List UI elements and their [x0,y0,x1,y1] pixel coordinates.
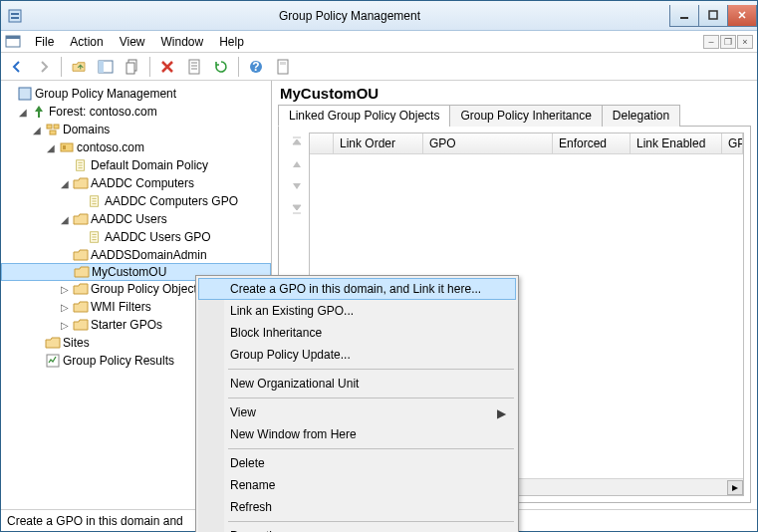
col-gpo-status[interactable]: GPO Status [722,133,743,153]
details-header: MyCustomOU [280,85,751,102]
tree-aaddc-computers[interactable]: ◢AADDC Computers [1,174,271,192]
svg-rect-10 [126,63,134,74]
menu-help[interactable]: Help [211,33,252,51]
disclosure-icon[interactable]: ▷ [59,320,71,331]
move-up-button[interactable] [288,156,306,172]
tree-aaddc-users-gpo[interactable]: AADDC Users GPO [1,228,271,246]
col-icon[interactable] [310,133,334,153]
tree-label: Forest: contoso.com [49,105,157,119]
ctx-block-inheritance[interactable]: Block Inheritance [198,322,516,344]
tree-aaddc-users[interactable]: ◢AADDC Users [1,210,271,228]
tree-label: Default Domain Policy [91,158,208,172]
tab-inheritance[interactable]: Group Policy Inheritance [449,105,602,127]
ou-icon [73,211,89,227]
toolbar-separator [238,57,239,77]
mdi-restore-button[interactable]: ❐ [720,35,736,49]
ctx-properties[interactable]: Properties [198,525,516,532]
mmc-icon [5,34,21,50]
ou-icon [74,264,90,280]
options-button[interactable] [271,55,295,79]
col-link-order[interactable]: Link Order [334,133,423,153]
move-bottom-button[interactable] [288,200,306,216]
menu-action[interactable]: Action [62,33,111,51]
maximize-button[interactable] [698,5,728,27]
tree-label: Group Policy Results [63,354,174,368]
show-hide-tree-button[interactable] [94,55,118,79]
move-top-button[interactable] [288,134,306,150]
svg-rect-11 [189,60,199,74]
context-menu: Create a GPO in this domain, and Link it… [195,275,519,532]
gpo-link-icon [73,157,89,173]
disclosure-icon[interactable]: ▷ [59,302,71,313]
folder-icon [73,317,89,333]
tree-forest[interactable]: ◢Forest: contoso.com [1,103,271,121]
tree-label: WMI Filters [91,300,151,314]
menubar: File Action View Window Help – ❐ × [1,31,757,53]
disclosure-icon[interactable]: ◢ [17,107,29,118]
domain-icon [59,139,75,155]
tree-label: AADDSDomainAdmin [91,248,207,262]
tree-domain[interactable]: ◢contoso.com [1,138,271,156]
ctx-new-ou[interactable]: New Organizational Unit [198,373,516,395]
ctx-refresh[interactable]: Refresh [198,496,516,518]
scroll-right-button[interactable]: ▸ [727,480,743,495]
tree-ddp[interactable]: Default Domain Policy [1,156,271,174]
tab-delegation[interactable]: Delegation [602,105,680,127]
ctx-new-window[interactable]: New Window from Here [198,423,516,445]
col-link-enabled[interactable]: Link Enabled [631,133,722,153]
tree-aaddc-computers-gpo[interactable]: AADDC Computers GPO [1,192,271,210]
disclosure-icon[interactable]: ◢ [45,142,57,153]
back-button[interactable] [5,55,29,79]
close-button[interactable] [727,5,757,27]
disclosure-icon[interactable]: ▷ [59,284,71,295]
tab-linked-gpo[interactable]: Linked Group Policy Objects [278,105,450,127]
help-button[interactable]: ? [244,55,268,79]
window-title: Group Policy Management [29,9,670,23]
minimize-button[interactable] [669,5,699,27]
tree-label: AADDC Users GPO [105,230,211,244]
folder-icon [73,281,89,297]
svg-text:?: ? [252,60,259,74]
forward-button[interactable] [32,55,56,79]
up-button[interactable] [67,55,91,79]
domains-icon [45,122,61,137]
status-text: Create a GPO in this domain and [7,514,183,528]
refresh-button[interactable] [209,55,233,79]
gpo-link-icon [87,193,103,209]
tree-label: Starter GPOs [91,318,162,332]
mdi-minimize-button[interactable]: – [703,35,719,49]
move-down-button[interactable] [288,178,306,194]
col-gpo[interactable]: GPO [423,133,553,153]
tree-root[interactable]: Group Policy Management [1,85,271,103]
ctx-view[interactable]: View▶ [198,401,516,423]
tree-aadds-admin[interactable]: AADDSDomainAdmin [1,246,271,264]
svg-rect-21 [54,125,59,129]
app-icon [7,8,23,24]
properties-button[interactable] [182,55,206,79]
tree-domains[interactable]: ◢Domains [1,121,271,138]
tree-label: AADDC Users [91,212,167,226]
ctx-link-existing[interactable]: Link an Existing GPO... [198,300,516,322]
svg-rect-1 [11,13,19,15]
tree-label: AADDC Computers [91,176,194,190]
svg-rect-2 [11,17,19,19]
menu-window[interactable]: Window [153,33,212,51]
ctx-rename[interactable]: Rename [198,474,516,496]
copy-button[interactable] [121,55,144,79]
toolbar: ? [1,53,757,81]
disclosure-icon[interactable]: ◢ [59,178,71,189]
disclosure-icon[interactable]: ◢ [31,125,43,135]
menu-view[interactable]: View [112,33,153,51]
col-enforced[interactable]: Enforced [553,133,631,153]
menu-file[interactable]: File [27,33,62,51]
mdi-close-button[interactable]: × [737,35,753,49]
svg-rect-24 [63,145,66,149]
delete-button[interactable] [155,55,179,79]
ctx-gp-update[interactable]: Group Policy Update... [198,344,516,366]
svg-rect-6 [6,36,20,39]
ctx-create-gpo[interactable]: Create a GPO in this domain, and Link it… [198,278,516,300]
ctx-delete[interactable]: Delete [198,452,516,474]
ctx-view-label: View [230,405,256,419]
disclosure-icon[interactable]: ◢ [59,214,71,225]
ou-icon [73,247,89,263]
